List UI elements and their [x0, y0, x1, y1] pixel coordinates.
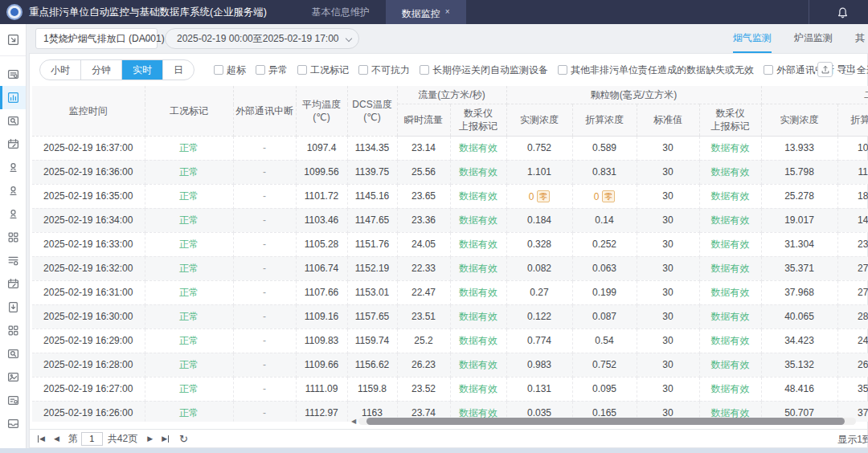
table-cell: 1157.65	[347, 304, 397, 329]
menu-tab-label: 基本信息维护	[312, 6, 370, 18]
horizontal-scrollbar[interactable]: ◀	[351, 417, 856, 426]
sidebar-item[interactable]	[0, 226, 26, 249]
scrollbar-track[interactable]	[358, 418, 856, 425]
table-cell: 0.082	[506, 256, 572, 280]
period-option[interactable]: 日	[163, 60, 194, 80]
filter-checkbox[interactable]: 不可抗力	[358, 63, 410, 77]
checkbox-icon[interactable]	[764, 65, 773, 75]
sidebar-item[interactable]	[0, 86, 26, 109]
table-cell: 1109.66	[296, 353, 347, 377]
sidebar-item[interactable]	[0, 249, 26, 272]
bell-icon[interactable]	[837, 6, 849, 18]
table-cell: -	[233, 160, 296, 184]
menu-tab[interactable]: 基本信息维护	[296, 0, 386, 24]
column-header: 颗粒物(毫克/立方米)	[506, 86, 761, 104]
table-cell: 0零	[506, 184, 572, 208]
table-cell: 正常	[145, 304, 233, 329]
next-page-button[interactable]: ▶	[147, 435, 153, 443]
sidebar-item[interactable]	[0, 412, 26, 435]
period-option[interactable]: 小时	[40, 60, 81, 80]
sub-column-header: 标准值	[637, 104, 699, 136]
table-row: 2025-02-19 16:32:00正常-1106.741152.1922.3…	[32, 256, 868, 280]
table-cell: 0.752	[572, 353, 637, 377]
export-button[interactable]: 导出	[817, 62, 856, 77]
table-cell: 31.304	[761, 232, 837, 256]
sidebar-item[interactable]	[0, 133, 26, 156]
table-cell: 0.131	[506, 377, 572, 401]
top-bar: 重点排污单位自动监控与基础数据库系统(企业服务端) 基本信息维护数据监控×	[0, 0, 868, 24]
table-cell: 1151.76	[347, 232, 397, 256]
table-cell: 10.91	[837, 136, 868, 160]
table-cell: 1105.28	[296, 232, 347, 256]
close-icon[interactable]: ×	[445, 7, 450, 16]
filter-checkbox[interactable]: 工况标记	[297, 63, 349, 77]
table-cell: -	[233, 184, 296, 208]
sidebar-item[interactable]	[0, 202, 26, 226]
sidebar-item[interactable]	[0, 179, 26, 202]
sidebar-item[interactable]	[0, 63, 26, 86]
sidebar-item[interactable]	[0, 365, 26, 389]
last-page-button[interactable]: ▶	[162, 435, 169, 443]
checkbox-icon[interactable]	[558, 65, 567, 75]
table-row: 2025-02-19 16:31:00正常-1107.661153.0122.4…	[32, 280, 868, 304]
refresh-icon[interactable]: ↻	[179, 434, 188, 444]
list-gear-icon	[7, 255, 19, 267]
table-cell: 1101.72	[296, 184, 347, 208]
monitor-tab[interactable]: 其	[855, 24, 865, 53]
table-cell: 18.75	[837, 184, 868, 208]
page-input[interactable]	[81, 432, 103, 446]
bar-chart-icon	[7, 92, 19, 104]
prev-page-button[interactable]: ◀	[54, 435, 59, 443]
pagination: ◀ ◀ 第 共42页 ▶ ▶ ↻ 显示1到	[30, 429, 867, 447]
table-cell: 35.18	[837, 377, 868, 401]
checkbox-icon[interactable]	[420, 65, 429, 75]
table-cell: 数据有效	[450, 256, 506, 280]
period-option[interactable]: 分钟	[81, 60, 122, 80]
table-cell: 数据有效	[699, 256, 761, 280]
table-cell: 0.063	[572, 256, 637, 280]
table-cell: 2025-02-19 16:26:00	[32, 401, 145, 422]
sidebar-item[interactable]	[0, 109, 26, 133]
sub-column-header: 数采仪上报标记	[450, 104, 506, 136]
sidebar-item[interactable]	[0, 342, 26, 365]
table-cell: 2025-02-19 16:30:00	[32, 304, 145, 329]
table-cell: 1111.09	[296, 377, 347, 401]
checkbox-label: 异常	[268, 63, 288, 77]
outlet-select[interactable]: 1焚烧炉烟气排放口 (DA001)	[35, 28, 158, 49]
export-icon	[817, 62, 833, 77]
filter-checkbox[interactable]: 异常	[256, 63, 288, 77]
sidebar-item[interactable]	[0, 156, 26, 179]
table-cell: 数据有效	[450, 184, 506, 208]
checkbox-icon[interactable]	[214, 65, 223, 75]
sidebar-item[interactable]	[0, 272, 26, 296]
period-option[interactable]: 实时	[122, 60, 163, 80]
sidebar-item[interactable]	[0, 389, 26, 412]
sidebar-item[interactable]	[0, 296, 26, 319]
monitor-tab[interactable]: 烟气监测	[733, 24, 772, 53]
table-cell: 正常	[145, 256, 233, 280]
menu-tab[interactable]: 数据监控×	[386, 0, 466, 24]
table-cell: 26.23	[397, 353, 450, 377]
date-range-select[interactable]: 2025-02-19 00:00至2025-02-19 17:00	[165, 28, 359, 49]
filter-checkbox[interactable]: 其他非排污单位责任造成的数据缺失或无效	[558, 63, 754, 77]
page-total: 共42页	[108, 432, 137, 446]
filter-checkbox[interactable]: 超标	[214, 63, 246, 77]
toolbar: 1焚烧炉烟气排放口 (DA001) 2025-02-19 00:00至2025-…	[27, 24, 868, 53]
scroll-left-arrow-icon[interactable]: ◀	[351, 418, 356, 425]
checkbox-icon[interactable]	[297, 65, 307, 75]
table-cell: 28.40	[837, 304, 868, 329]
monitor-tab[interactable]: 炉温监测	[794, 24, 833, 53]
collapse-icon[interactable]	[0, 24, 26, 56]
filter-checkbox[interactable]: 长期停运关闭自动监测设备	[420, 63, 548, 77]
checkbox-icon[interactable]	[358, 65, 368, 75]
scrollbar-thumb[interactable]	[366, 418, 845, 425]
calendar-edit-icon	[7, 278, 19, 290]
table-cell: -	[233, 353, 296, 377]
checkbox-icon[interactable]	[256, 65, 265, 75]
table-cell: -	[233, 377, 296, 401]
table-cell: 35.132	[761, 353, 837, 377]
table-cell: 数据有效	[699, 136, 761, 160]
first-page-button[interactable]: ◀	[38, 435, 45, 443]
sidebar-item[interactable]	[0, 319, 26, 342]
table-cell: 25.2	[397, 329, 450, 353]
